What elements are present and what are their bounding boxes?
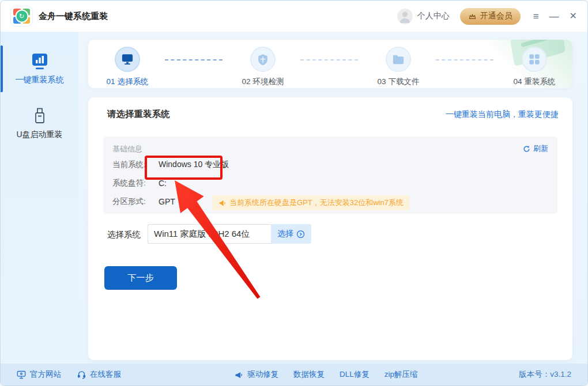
megaphone-icon [234,370,243,379]
current-system-row: 当前系统: Windows 10 专业版 [112,160,229,170]
app-window: ↻ 金舟一键系统重装 个人中心 开通会员 ≡ — [0,0,588,386]
gpt-warning: 当前系统所在硬盘是GPT，无法安装32位和win7系统 [213,195,409,210]
select-system-panel: 请选择重装系统 一键重装当前电脑，重装更便捷 基础信息 刷新 当前系统: Win… [88,97,572,360]
step-label: 04 重装系统 [514,77,556,87]
app-logo-icon: ↻ [11,6,32,26]
select-button-label: 选择 [277,229,293,239]
folder-icon [392,54,405,65]
basic-info-label: 基础信息 [112,144,142,154]
user-center-button[interactable]: 个人中心 [397,9,450,24]
headset-icon [77,370,86,379]
disk-letter-value: C: [159,179,167,188]
vip-button-label: 开通会员 [480,11,512,21]
titlebar: ↻ 金舟一键系统重装 个人中心 开通会员 ≡ — [1,1,587,32]
circled-arrow-icon [296,230,305,239]
step-label: 03 下载文件 [378,77,420,87]
logo-refresh-icon: ↻ [15,10,28,23]
sidebar-item-label: U盘启动重装 [16,130,62,140]
system-input[interactable] [148,224,271,244]
select-button[interactable]: 选择 [271,224,311,244]
official-website-link[interactable]: 官方网站 [17,369,61,380]
step-1-select-system: 01 选择系统 [88,47,168,87]
basic-info-box: 基础信息 刷新 当前系统: Windows 10 专业版 系统盘符: C: [103,137,557,214]
step-connector [165,59,223,60]
footer-tool-label: 数据恢复 [293,369,325,380]
minimize-icon[interactable]: — [549,12,559,21]
current-system-label: 当前系统: [112,160,159,170]
footer-tool-label: DLL修复 [340,369,370,380]
disk-letter-row: 系统盘符: C: [112,178,167,188]
current-system-value: Windows 10 专业版 [159,160,229,170]
step-connector [300,59,358,60]
footer-tool-label: 驱动修复 [247,369,278,380]
footer-left-links: 官方网站 在线客服 [17,369,121,380]
footer-tools: 驱动修复 数据恢复 DLL修复 zip解压缩 [234,369,418,380]
person-icon [397,9,413,24]
usb-drive-icon [32,107,48,124]
refresh-icon [523,145,530,153]
driver-repair-link[interactable]: 驱动修复 [234,369,278,380]
titlebar-right: 个人中心 开通会员 ≡ — ✕ [397,8,577,25]
step-4-reinstall-system: 04 重装系统 [494,47,572,87]
close-icon[interactable]: ✕ [570,12,577,21]
sidebar-item-one-click-reinstall[interactable]: 一键重装系统 [1,49,78,89]
partition-value: GPT [159,197,175,206]
shield-icon [257,54,269,66]
refresh-label: 刷新 [533,143,548,154]
step-badge [522,47,547,72]
app-title: 金舟一键系统重装 [39,11,108,22]
footer-tool-label: zip解压缩 [385,369,418,380]
footer-link-label: 在线客服 [90,369,121,380]
warning-megaphone-icon [218,199,226,207]
chart-monitor-icon [31,52,49,70]
step-3-download-files: 03 下载文件 [358,47,439,87]
data-recovery-link[interactable]: 数据恢复 [293,369,325,380]
sidebar-item-label: 一键重装系统 [16,75,64,85]
panel-title: 请选择重装系统 [107,108,170,120]
disk-letter-label: 系统盘符: [112,178,159,188]
refresh-button[interactable]: 刷新 [523,143,548,154]
website-monitor-icon [17,370,26,379]
step-connector [436,59,493,60]
step-badge [386,47,411,72]
step-badge [115,47,140,72]
vip-button[interactable]: 开通会员 [460,8,521,25]
one-click-hint-link[interactable]: 一键重装当前电脑，重装更便捷 [446,109,559,120]
dll-repair-link[interactable]: DLL修复 [340,369,370,380]
user-center-label: 个人中心 [417,11,450,21]
main-area: 01 选择系统 02 环境检测 03 下载 [78,32,587,364]
steps-progress-bar: 01 选择系统 02 环境检测 03 下载 [88,40,572,88]
gpt-warning-text: 当前系统所在硬盘是GPT，无法安装32位和win7系统 [229,198,404,208]
sidebar: 一键重装系统 U盘启动重装 [1,32,78,364]
crown-icon [468,12,477,21]
next-step-button[interactable]: 下一步 [104,266,177,290]
avatar [397,9,413,24]
active-indicator [1,46,3,92]
window-controls: ≡ — ✕ [533,12,577,21]
sidebar-item-usb-boot-reinstall[interactable]: U盘启动重装 [1,104,78,143]
footer: 官方网站 在线客服 驱动修复 数据恢复 [1,364,587,385]
step-2-environment-check: 02 环境检测 [223,47,303,87]
zip-unzip-link[interactable]: zip解压缩 [385,369,418,380]
step-badge [250,47,276,72]
step-label: 01 选择系统 [107,77,149,87]
grid-icon [529,54,540,65]
partition-label: 分区形式: [112,196,159,207]
footer-link-label: 官方网站 [30,369,61,380]
online-support-link[interactable]: 在线客服 [77,369,121,380]
partition-row: 分区形式: GPT [112,196,175,207]
select-system-label: 选择系统 [107,229,141,240]
version-label: 版本号：v3.1.2 [519,369,571,380]
step-label: 02 环境检测 [242,77,284,87]
monitor-icon [121,54,134,65]
menu-icon[interactable]: ≡ [533,12,539,21]
